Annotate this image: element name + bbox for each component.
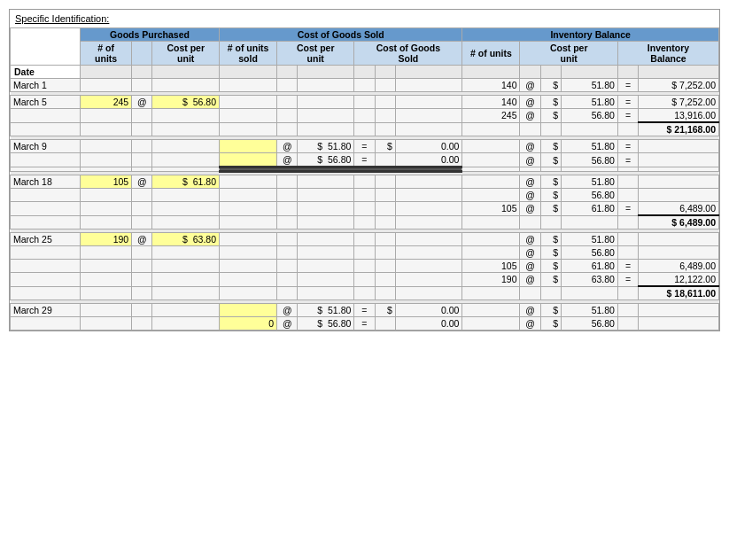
cogs-s-m1: [375, 79, 395, 92]
inv-bal-m18b: [639, 189, 719, 202]
cogs-cost-m25a: [298, 233, 354, 246]
inv-bal-m9b: [639, 153, 719, 167]
cogs-at-m1: [277, 79, 298, 92]
inv-bal-m29b: [639, 317, 719, 331]
inv-s-m18d: [540, 215, 561, 229]
inv-units-m29a: [462, 304, 520, 317]
date-march9: March 9: [11, 140, 81, 153]
spacer13: [561, 66, 617, 79]
table-row: 105 @ $ 61.80 = 6,489.00: [11, 202, 719, 216]
cogs-units-m18c: [220, 202, 277, 216]
table-row: March 18 105 @ $ 61.80 @ $ 51.80: [11, 175, 719, 189]
cogs-at-m18b: [277, 189, 298, 202]
inv-eq-m29b: [617, 317, 638, 331]
spacer6: [298, 66, 354, 79]
table-row: March 1 140 @ $ 51.80 = $ 7,252.00: [11, 79, 719, 92]
inv-units-m1: 140: [462, 79, 520, 92]
inv-at-m25c: @: [520, 260, 540, 273]
gp-units-m5: 245: [81, 96, 132, 109]
table-row: 245 @ $ 56.80 = 13,916.00: [11, 109, 719, 123]
gp-cost-m25e: [152, 286, 220, 300]
inv-balance-col-header: InventoryBalance: [617, 42, 718, 66]
date-col-header: Date: [11, 66, 81, 79]
gp-cost-m18c: [152, 202, 220, 216]
spacer1: [81, 66, 132, 79]
spacer10: [462, 66, 520, 79]
cogs-val-m29b: 0.00: [395, 317, 462, 331]
cogs-at-m5b: [277, 109, 298, 123]
inv-cost-m5a: 51.80: [561, 96, 617, 109]
cogs-val-m18a: [395, 175, 462, 189]
cogs-at-m18a: [277, 175, 298, 189]
inv-eq-m1: =: [617, 79, 638, 92]
gp-cost-m5b: [152, 109, 220, 123]
cogs-val-m18b: [395, 189, 462, 202]
cogs-units-m9a: [220, 140, 277, 153]
inv-at-m5c: [520, 122, 540, 136]
inv-total-m5: $ 21,168.00: [639, 122, 719, 136]
inv-s-m9b: $: [540, 153, 561, 167]
inv-eq-m25d: =: [617, 273, 638, 287]
gp-at-m9a: [132, 140, 152, 153]
cogs-cost-m18c: [298, 202, 354, 216]
inv-at-m29a: @: [520, 304, 540, 317]
gp-at-m18b: [132, 189, 152, 202]
cogs-at-m25a: [277, 233, 298, 246]
empty-m29b: [11, 317, 81, 331]
table-row: 105 @ $ 61.80 = 6,489.00: [11, 260, 719, 273]
cogs-s-m5c: [375, 122, 395, 136]
inv-eq-m29a: [617, 304, 638, 317]
inv-at-m25b: @: [520, 246, 540, 260]
inv-cost-m18c: 61.80: [561, 202, 617, 216]
inv-cost-m18d: [561, 215, 617, 229]
inv-eq-m25c: =: [617, 260, 638, 273]
inv-at-m1: @: [520, 79, 540, 92]
empty-m18b: [11, 189, 81, 202]
table-row: $ 6,489.00: [11, 215, 719, 229]
spacer3: [152, 66, 220, 79]
inv-at-m25e: [520, 286, 540, 300]
inv-units-m18d: [462, 215, 520, 229]
cogs-at-m25e: [277, 286, 298, 300]
inv-units-m25d: 190: [462, 273, 520, 287]
inv-eq-m25e: [617, 286, 638, 300]
inv-cost-m9a: 51.80: [561, 140, 617, 153]
gp-units-m9a: [81, 140, 132, 153]
gp-at-m25d: [132, 273, 152, 287]
inv-at-m9a: @: [520, 140, 540, 153]
empty-m18d: [11, 215, 81, 229]
cogs-cost-m1: [298, 79, 354, 92]
cogs-eq-m18b: [354, 189, 375, 202]
gp-cost-m9b: [152, 153, 220, 167]
cogs-s-m25b: [375, 246, 395, 260]
inv-s-m29a: $: [540, 304, 561, 317]
cogs-val-m29a: 0.00: [395, 304, 462, 317]
gp-cost-m25b: [152, 246, 220, 260]
gp-units-m18b: [81, 189, 132, 202]
cogs-s-m18c: [375, 202, 395, 216]
empty-m5b: [11, 109, 81, 123]
spacer9: [395, 66, 462, 79]
cogs-eq-m25a: [354, 233, 375, 246]
date-march25: March 25: [11, 233, 81, 246]
inv-eq-m5c: [617, 122, 638, 136]
cogs-at-m5: [277, 96, 298, 109]
cogs-s-m18b: [375, 189, 395, 202]
inv-s-m5b: $: [540, 109, 561, 123]
table-row: @ $ 56.80: [11, 246, 719, 260]
gp-units-m25b: [81, 246, 132, 260]
inv-units-m25a: [462, 233, 520, 246]
gp-at-m29a: [132, 304, 152, 317]
cogs-eq-m5c: [354, 122, 375, 136]
inv-cost-m25e: [561, 286, 617, 300]
date-march1: March 1: [11, 79, 81, 92]
gp-units-m25d: [81, 273, 132, 287]
cogs-units-m5b: [220, 109, 277, 123]
gp-at-m29b: [132, 317, 152, 331]
gp-units-m25c: [81, 260, 132, 273]
spacer5: [277, 66, 298, 79]
table-row: March 25 190 @ $ 63.80 @ $ 51.80: [11, 233, 719, 246]
cogs-col-header: Cost of GoodsSold: [354, 42, 462, 66]
inv-s-m18a: $: [540, 175, 561, 189]
inv-bal-m18c: 6,489.00: [639, 202, 719, 216]
